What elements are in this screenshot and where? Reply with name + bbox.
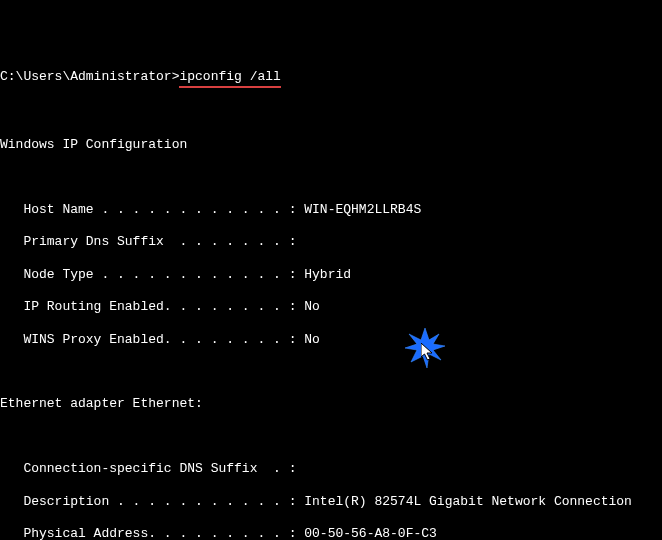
wins-proxy-row: WINS Proxy Enabled. . . . . . . . : No <box>0 332 662 348</box>
node-type-row: Node Type . . . . . . . . . . . . : Hybr… <box>0 267 662 283</box>
hostname-row: Host Name . . . . . . . . . . . . : WIN-… <box>0 202 662 218</box>
primary-dns-suffix-label: Primary Dns Suffix . . . . . . . : <box>0 234 296 249</box>
eth-description-value: Intel(R) 82574L Gigabit Network Connecti… <box>304 494 632 509</box>
ip-routing-value: No <box>304 299 320 314</box>
node-type-value: Hybrid <box>304 267 351 282</box>
wins-proxy-label: WINS Proxy Enabled. . . . . . . . : <box>0 332 304 347</box>
hostname-value: WIN-EQHM2LLRB4S <box>304 202 421 217</box>
eth-dns-suffix-label: Connection-specific DNS Suffix . : <box>0 461 296 476</box>
eth-description-row: Description . . . . . . . . . . . : Inte… <box>0 494 662 510</box>
ip-routing-row: IP Routing Enabled. . . . . . . . : No <box>0 299 662 315</box>
command-text: ipconfig /all <box>179 69 280 88</box>
eth-description-label: Description . . . . . . . . . . . : <box>0 494 304 509</box>
primary-dns-suffix-row: Primary Dns Suffix . . . . . . . : <box>0 234 662 250</box>
section-header-ethernet: Ethernet adapter Ethernet: <box>0 396 662 412</box>
prompt-path: C:\Users\Administrator> <box>0 69 179 88</box>
prompt-line-1[interactable]: C:\Users\Administrator>ipconfig /all <box>0 69 662 88</box>
eth-physical-address-value: 00-50-56-A8-0F-C3 <box>304 526 437 540</box>
node-type-label: Node Type . . . . . . . . . . . . : <box>0 267 304 282</box>
eth-physical-address-label: Physical Address. . . . . . . . . : <box>0 526 304 540</box>
hostname-label: Host Name . . . . . . . . . . . . : <box>0 202 304 217</box>
eth-dns-suffix-row: Connection-specific DNS Suffix . : <box>0 461 662 477</box>
section-header-ipconfig: Windows IP Configuration <box>0 137 662 153</box>
eth-physical-address-row: Physical Address. . . . . . . . . : 00-5… <box>0 526 662 540</box>
wins-proxy-value: No <box>304 332 320 347</box>
ip-routing-label: IP Routing Enabled. . . . . . . . : <box>0 299 304 314</box>
